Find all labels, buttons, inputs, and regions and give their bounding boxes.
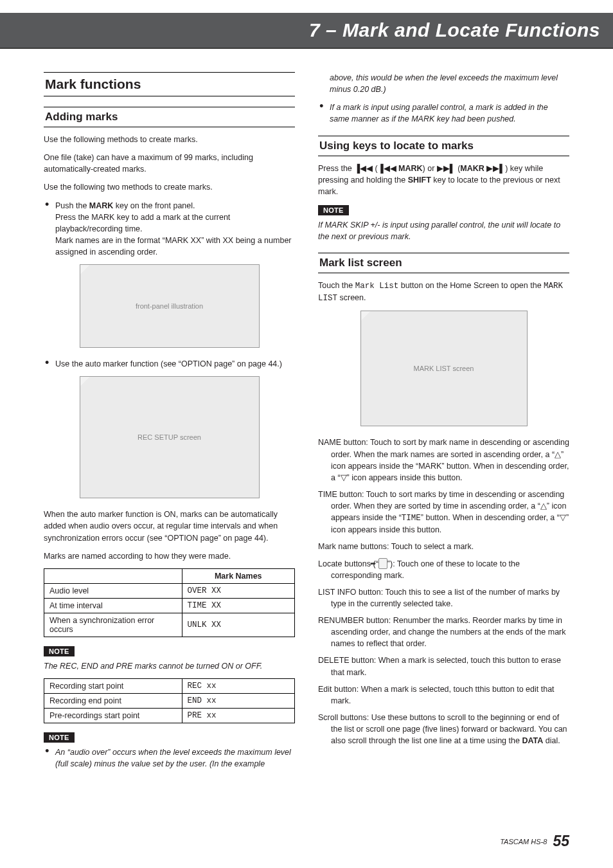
def-renumber-button: RENUMBER button: Renumber the marks. Reo… bbox=[318, 615, 569, 649]
page-footer: TASCAM HS-8 55 bbox=[500, 833, 569, 850]
text: ( bbox=[373, 164, 378, 173]
def-delete-button: DELETE button: When a mark is selected, … bbox=[318, 655, 569, 678]
mark-list-definitions: NAME button: Touch to sort by mark name … bbox=[318, 437, 569, 746]
def-listinfo-button: LIST INFO button: Touch this to see a li… bbox=[318, 586, 569, 610]
table-row: At time interval TIME XX bbox=[44, 598, 295, 613]
using-keys-body: Press the ▐◀◀ (▐◀◀ MARK) or ▶▶▌ (MAKR ▶▶… bbox=[318, 163, 569, 197]
cell-value: OVER XX bbox=[182, 583, 295, 598]
mono-text: Mark List bbox=[355, 282, 399, 291]
text: dial. bbox=[543, 736, 560, 745]
text: screen. bbox=[337, 293, 366, 302]
cell-label: Pre-recordings start point bbox=[44, 708, 182, 723]
rec-setup-screenshot: REC SETUP screen bbox=[80, 376, 260, 498]
skip-forward-icon: ▶▶▌ bbox=[437, 164, 456, 173]
page-number: 55 bbox=[553, 833, 569, 849]
mark-list-screenshot: MARK LIST screen bbox=[360, 311, 528, 426]
def-markname-buttons: Mark name buttons: Touch to select a mar… bbox=[318, 541, 569, 552]
cell-value: TIME XX bbox=[182, 598, 295, 613]
cell-value: END xx bbox=[182, 693, 295, 708]
adding-marks-p1: Use the following methods to create mark… bbox=[44, 134, 295, 145]
text: MARK bbox=[396, 164, 423, 173]
mark-names-col-header: Mark Names bbox=[182, 568, 295, 583]
chapter-title: 7 – Mark and Locate Functions bbox=[0, 13, 613, 49]
page: 7 – Mark and Locate Functions Mark funct… bbox=[0, 0, 613, 868]
locate-icon: ➦ bbox=[378, 558, 387, 569]
adding-marks-bullets-2: Use the auto marker function (see “OPTIO… bbox=[44, 358, 295, 370]
text: MAKR bbox=[460, 164, 486, 173]
cell-label: Audio level bbox=[44, 583, 182, 598]
mark-names-table-2: Recording start point REC xx Recording e… bbox=[44, 678, 295, 723]
note-badge: NOTE bbox=[44, 732, 75, 743]
def-edit-button: Edit button: When a mark is selected, to… bbox=[318, 683, 569, 707]
note-badge: NOTE bbox=[318, 205, 349, 215]
cell-value: REC xx bbox=[182, 678, 295, 693]
def-scroll-buttons: Scroll buttons: Use these buttons to scr… bbox=[318, 712, 569, 746]
two-column-layout: Mark functions Adding marks Use the foll… bbox=[44, 72, 569, 776]
text: Push the bbox=[55, 201, 89, 210]
skip-back-icon: ▐◀◀ bbox=[378, 164, 396, 173]
note-continued-list: If a mark is input using parallel contro… bbox=[318, 102, 569, 125]
bullet-push-mark-l1: Push the MARK key on the front panel. bbox=[55, 200, 295, 212]
section-mark-functions: Mark functions bbox=[44, 72, 295, 96]
cell-label: Recording start point bbox=[44, 678, 182, 693]
table-row: Recording start point REC xx bbox=[44, 678, 295, 693]
subsection-adding-marks: Adding marks bbox=[44, 107, 295, 127]
adding-marks-p3: Use the following two methods to create … bbox=[44, 181, 295, 193]
right-column: above, this would be when the level exce… bbox=[318, 72, 569, 776]
cell-label: At time interval bbox=[44, 598, 182, 613]
table-row: Recording end point END xx bbox=[44, 693, 295, 708]
bullet-push-mark-l2: Press the MARK key to add a mark at the … bbox=[55, 212, 295, 235]
note-parallel-mark: If a mark is input using parallel contro… bbox=[330, 102, 569, 125]
left-column: Mark functions Adding marks Use the foll… bbox=[44, 72, 295, 776]
text: ) or bbox=[423, 164, 437, 173]
text: key on the front panel. bbox=[113, 201, 195, 210]
adding-marks-p2: One file (take) can have a maximum of 99… bbox=[44, 152, 295, 175]
skip-back-icon: ▐◀◀ bbox=[354, 164, 373, 173]
table-row: When a synchronization error occurs UNLK… bbox=[44, 613, 295, 637]
bullet-auto-marker: Use the auto marker function (see “OPTIO… bbox=[55, 358, 295, 370]
bullet-push-mark-l3: Mark names are in the format “MARK XX” w… bbox=[55, 235, 295, 258]
subsection-mark-list: Mark list screen bbox=[318, 253, 569, 273]
shift-key-name: SHIFT bbox=[408, 176, 431, 185]
text: Locate buttons (“ bbox=[318, 559, 378, 568]
note-mark-skip: If MARK SKIP +/- is input using parallel… bbox=[318, 219, 569, 242]
subsection-using-keys: Using keys to locate to marks bbox=[318, 136, 569, 156]
front-panel-illustration: front-panel illustration bbox=[80, 264, 260, 348]
cell-label: Recording end point bbox=[44, 693, 182, 708]
mono-text: TIME bbox=[402, 514, 421, 523]
note-rec-end-pre: The REC, END and PRE marks cannot be tur… bbox=[44, 660, 295, 672]
skip-forward-icon: ▶▶▌ bbox=[486, 164, 505, 173]
text: button on the Home Screen to open the bbox=[398, 281, 544, 290]
note-badge: NOTE bbox=[44, 646, 75, 656]
text: Press the bbox=[318, 164, 354, 173]
data-dial-name: DATA bbox=[522, 736, 543, 745]
footer-model: TASCAM HS-8 bbox=[500, 838, 547, 845]
def-name-button: NAME button: Touch to sort by mark name … bbox=[318, 437, 569, 484]
adding-marks-bullets: Push the MARK key on the front panel. Pr… bbox=[44, 200, 295, 258]
auto-marker-explain: When the auto marker function is ON, mar… bbox=[44, 509, 295, 543]
cell-value: PRE xx bbox=[182, 708, 295, 723]
mark-list-open: Touch the Mark List button on the Home S… bbox=[318, 280, 569, 304]
table-row: Pre-recordings start point PRE xx bbox=[44, 708, 295, 723]
note-audio-over: An “audio over” occurs when the level ex… bbox=[55, 746, 295, 770]
table-row: Audio level OVER XX bbox=[44, 583, 295, 598]
marks-named-by: Marks are named according to how they we… bbox=[44, 550, 295, 562]
text: Touch the bbox=[318, 281, 355, 290]
def-locate-buttons: Locate buttons (“➦”): Touch one of these… bbox=[318, 558, 569, 581]
note-audio-over-list: An “audio over” occurs when the level ex… bbox=[44, 746, 295, 770]
cell-value: UNLK XX bbox=[182, 613, 295, 637]
note-continued-top: above, this would be when the level exce… bbox=[330, 72, 569, 95]
def-time-button: TIME button: Touch to sort marks by time… bbox=[318, 489, 569, 536]
mark-key-name: MARK bbox=[89, 201, 114, 210]
cell-label: When a synchronization error occurs bbox=[44, 613, 182, 637]
bullet-push-mark: Push the MARK key on the front panel. Pr… bbox=[55, 200, 295, 258]
mark-names-table-1: Mark Names Audio level OVER XX At time i… bbox=[44, 568, 295, 637]
